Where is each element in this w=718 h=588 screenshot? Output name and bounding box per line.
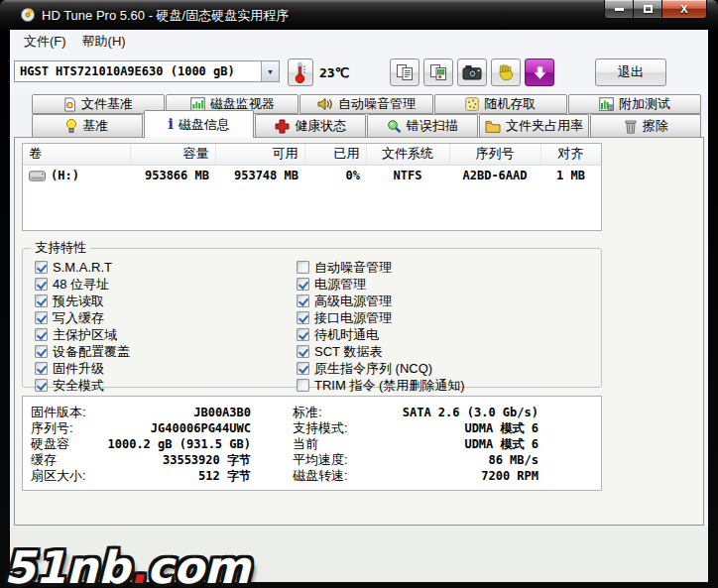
feature-firmware-upgrade[interactable]: 固件升级	[35, 360, 289, 377]
health-cross-icon	[275, 119, 290, 134]
temperature-button[interactable]	[288, 59, 313, 86]
checkbox-icon[interactable]	[297, 278, 309, 291]
feature-label: 原生指令序列 (NCQ)	[314, 360, 432, 378]
caption-buttons: X	[604, 0, 707, 19]
feature-power-mgmt[interactable]: 电源管理	[297, 276, 597, 293]
details-left-column: 固件版本:JB00A3B0 序列号:JG40006PG44UWC 硬盘容1000…	[31, 404, 251, 483]
detail-rotation-speed: 磁盘转速:7200 RPM	[293, 467, 538, 483]
checkbox-icon[interactable]	[35, 345, 48, 358]
drive-select-value: HGST HTS721010A9E630 (1000 gB)	[15, 64, 261, 78]
checkbox-icon[interactable]	[35, 362, 48, 375]
copy-text-button[interactable]	[390, 59, 419, 86]
detail-current-mode: 当前UDMA 模式 6	[293, 435, 538, 451]
feature-label: 高级电源管理	[314, 293, 392, 310]
detail-value: JG40006PG44UWC	[151, 421, 251, 435]
feature-label: SCT 数据表	[314, 343, 382, 361]
col-header-alignment[interactable]: 对齐	[540, 144, 601, 165]
checkbox-icon[interactable]	[35, 328, 48, 341]
detail-value: UDMA 模式 6	[464, 436, 538, 453]
screenshot-button[interactable]	[457, 59, 487, 86]
volume-row[interactable]: (H:) 953866 MB 953748 MB 0% NTFS A2BD-6A…	[23, 165, 601, 186]
menu-help[interactable]: 帮助(H)	[74, 31, 134, 53]
tab-disk-info[interactable]: i 磁盘信息	[144, 110, 255, 138]
volume-filesystem: NTFS	[366, 165, 449, 186]
minimize-button[interactable]	[604, 0, 634, 19]
volume-letter: (H:)	[51, 169, 79, 182]
detail-value: JB00A3B0	[193, 406, 251, 419]
watermark-text: 51nb	[4, 541, 130, 588]
feature-label: S.M.A.R.T	[53, 260, 112, 275]
feature-power-on-standby[interactable]: 待机时通电	[297, 326, 597, 343]
download-button[interactable]	[525, 59, 554, 86]
checkbox-icon[interactable]	[35, 278, 48, 291]
drive-select[interactable]: HGST HTS721010A9E630 (1000 gB) ▼	[14, 60, 280, 82]
checkbox-icon[interactable]	[297, 261, 309, 274]
checkbox-icon[interactable]	[297, 328, 309, 341]
feature-ncq[interactable]: 原生指令序列 (NCQ)	[297, 360, 597, 377]
exit-button[interactable]: 退出	[595, 59, 666, 86]
tab-label: 基准	[82, 117, 108, 135]
checkbox-icon[interactable]	[35, 294, 48, 307]
file-benchmark-icon	[63, 97, 76, 112]
tab-health[interactable]: 健康状态	[255, 114, 366, 137]
feature-smart[interactable]: S.M.A.R.T	[35, 259, 289, 276]
close-button[interactable]: X	[661, 0, 707, 19]
tab-folder-usage[interactable]: 文件夹占用率	[479, 114, 590, 137]
feature-trim[interactable]: TRIM 指令 (禁用删除通知)	[297, 377, 597, 394]
donate-button[interactable]	[491, 59, 521, 86]
feature-apm[interactable]: 高级电源管理	[297, 293, 597, 309]
tab-extra-tests[interactable]: 附加测试	[568, 94, 701, 114]
checkbox-icon[interactable]	[297, 379, 309, 392]
checkbox-icon[interactable]	[297, 345, 309, 358]
tab-benchmark[interactable]: 基准	[32, 114, 143, 137]
feature-label: 主保护区域	[53, 326, 117, 344]
tab-erase[interactable]: 擦除	[590, 114, 701, 137]
tab-error-scan[interactable]: 错误扫描	[367, 114, 478, 137]
checkbox-icon[interactable]	[35, 311, 48, 324]
chevron-down-icon[interactable]: ▼	[261, 61, 279, 81]
features-right-column: 自动噪音管理 电源管理 高级电源管理 接口电源管理 待机时通电 SCT 数据表 …	[289, 259, 597, 394]
feature-interface-pm[interactable]: 接口电源管理	[297, 309, 597, 326]
volume-capacity: 953866 MB	[130, 165, 215, 186]
checkbox-icon[interactable]	[35, 379, 48, 392]
col-header-free[interactable]: 可用	[215, 144, 304, 165]
detail-label: 磁盘转速:	[293, 467, 348, 485]
feature-48bit[interactable]: 48 位寻址	[35, 276, 289, 293]
feature-label: 设备配置覆盖	[53, 343, 130, 361]
feature-security-mode[interactable]: 安全模式	[35, 377, 289, 394]
watermark-text: com	[147, 541, 250, 588]
tab-label: 随机存取	[484, 95, 536, 113]
checkbox-icon[interactable]	[35, 261, 48, 274]
copy-image-button[interactable]	[423, 59, 453, 86]
checkbox-icon[interactable]	[297, 311, 309, 324]
tab-label: 附加测试	[619, 95, 670, 113]
menu-file[interactable]: 文件(F)	[16, 31, 74, 53]
col-header-used[interactable]: 已用	[304, 144, 366, 165]
speaker-icon	[317, 97, 333, 111]
maximize-button[interactable]	[634, 0, 661, 19]
volume-table: 卷 容量 可用 已用 文件系统 序列号 对齐	[23, 144, 602, 186]
trash-icon	[624, 119, 638, 134]
col-header-filesystem[interactable]: 文件系统	[366, 144, 449, 165]
app-icon[interactable]	[20, 7, 36, 23]
feature-writecache[interactable]: 写入缓存	[35, 309, 289, 326]
feature-aam[interactable]: 自动噪音管理	[297, 259, 597, 276]
tab-label: 擦除	[643, 117, 668, 135]
feature-dco[interactable]: 设备配置覆盖	[35, 343, 289, 360]
feature-hpa[interactable]: 主保护区域	[35, 326, 289, 343]
download-icon	[533, 65, 547, 80]
tab-label: 文件夹占用率	[506, 117, 583, 135]
checkbox-icon[interactable]	[297, 294, 309, 307]
col-header-capacity[interactable]: 容量	[130, 144, 215, 165]
tab-auto-acoustic[interactable]: 自动噪音管理	[299, 94, 432, 114]
detail-value: UDMA 模式 6	[464, 420, 538, 437]
checkbox-icon[interactable]	[297, 362, 309, 375]
col-header-serial[interactable]: 序列号	[449, 144, 540, 165]
tab-random-access[interactable]: 随机存取	[434, 94, 567, 114]
col-header-volume[interactable]: 卷	[23, 144, 130, 165]
feature-readahead[interactable]: 预先读取	[35, 293, 289, 309]
thermometer-icon	[294, 60, 307, 84]
donate-hand-icon	[498, 64, 515, 81]
menubar: 文件(F) 帮助(H)	[10, 30, 708, 53]
feature-sct[interactable]: SCT 数据表	[297, 343, 597, 360]
